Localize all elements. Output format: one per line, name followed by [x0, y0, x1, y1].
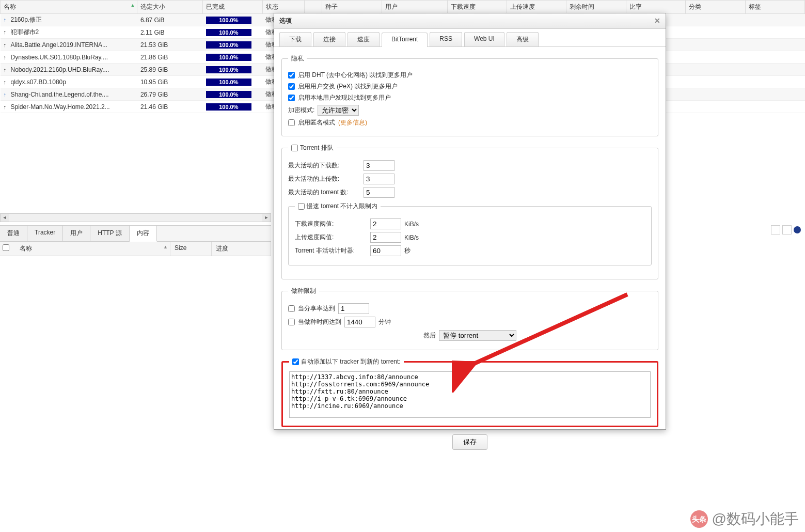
options-tab[interactable]: 下载 [279, 32, 311, 46]
torrent-col-header[interactable]: 用户 [382, 1, 447, 14]
max-torrent-input[interactable] [364, 187, 394, 198]
seedtime-input[interactable] [344, 317, 375, 327]
torrent-col-header[interactable]: 剩余时间 [566, 1, 626, 14]
max-ul-input[interactable] [364, 174, 394, 184]
detail-tab-overflow[interactable] [771, 225, 801, 234]
slow-torrent-fieldset: 慢速 torrent 不计入限制内 下载速度阈值:KiB/s 上传速度阈值:Ki… [288, 202, 652, 265]
detail-tab[interactable]: 内容 [130, 226, 157, 242]
slow-dl-input[interactable] [370, 218, 401, 229]
dht-checkbox[interactable] [288, 72, 295, 79]
torrent-col-header[interactable]: 状态 [262, 1, 304, 14]
inactivity-input[interactable] [370, 245, 401, 256]
ratio-input[interactable] [338, 303, 369, 314]
torrent-col-header[interactable]: 已完成 [203, 1, 262, 14]
torrent-col-header[interactable]: 种子 [322, 1, 382, 14]
auto-tracker-fieldset: 自动添加以下 tracker 到新的 torrent: [281, 357, 658, 427]
privacy-fieldset: 隐私 启用 DHT (去中心化网络) 以找到更多用户 启用用户交换 (PeX) … [281, 54, 658, 136]
options-tab[interactable]: 连接 [313, 32, 345, 46]
torrent-col-header[interactable]: 比率 [626, 1, 685, 14]
detail-tab[interactable]: HTTP 源 [90, 226, 129, 241]
seed-action-select[interactable]: 暂停 torrent [439, 330, 516, 341]
options-tab[interactable]: 高级 [507, 32, 539, 46]
torrent-col-header[interactable] [304, 1, 322, 14]
watermark: 头条 @数码小能手 [690, 509, 799, 529]
content-columns-header: 名称▲ Size 进度 [0, 242, 271, 256]
torrent-col-header[interactable]: 名称▲ [1, 1, 137, 14]
anon-more-link[interactable]: (更多信息) [338, 118, 367, 127]
queue-fieldset: Torrent 排队 最大活动的下载数: 最大活动的上传数: 最大活动的 tor… [281, 144, 658, 279]
seed-limit-fieldset: 做种限制 当分享率达到 当做种时间达到分钟 然后 暂停 torrent [281, 287, 658, 350]
options-tab[interactable]: BitTorrent [382, 33, 428, 47]
options-tabs: 下载连接速度BitTorrentRSSWeb UI高级 [274, 29, 666, 47]
detail-tab[interactable]: 用户 [63, 226, 90, 241]
save-button[interactable]: 保存 [452, 434, 487, 450]
options-tab[interactable]: RSS [430, 32, 462, 46]
encryption-select[interactable]: 允许加密 [318, 105, 359, 116]
torrent-col-header[interactable]: 分类 [686, 1, 745, 14]
upload-arrow-icon: ↑ [4, 17, 9, 23]
torrent-col-header[interactable]: 下载速度 [447, 1, 507, 14]
detail-tab[interactable]: 普通 [0, 226, 27, 241]
torrent-col-header[interactable]: 选定大小 [137, 1, 203, 14]
seedtime-checkbox[interactable] [288, 319, 295, 325]
anon-checkbox[interactable] [288, 119, 295, 126]
options-dialog: 选项 ✕ 下载连接速度BitTorrentRSSWeb UI高级 隐私 启用 D… [274, 13, 666, 430]
options-tab[interactable]: Web UI [464, 32, 504, 46]
dialog-title: 选项 [279, 17, 292, 25]
horizontal-scrollbar[interactable]: ◄► [0, 213, 271, 222]
close-icon[interactable]: ✕ [654, 17, 660, 25]
slow-ul-input[interactable] [370, 232, 401, 243]
pex-checkbox[interactable] [288, 83, 295, 90]
torrent-col-header[interactable]: 上传速度 [507, 1, 566, 14]
upload-arrow-icon: ↑ [4, 91, 9, 98]
tracker-list-textarea[interactable] [289, 371, 651, 418]
detail-tab[interactable]: Tracker [27, 226, 63, 241]
col-progress[interactable]: 进度 [212, 242, 271, 256]
auto-tracker-checkbox[interactable] [292, 358, 299, 365]
watermark-logo-icon: 头条 [690, 510, 708, 528]
upload-arrow-icon: ↑ [4, 29, 9, 35]
detail-tabs: 普通Tracker用户HTTP 源内容 [0, 225, 271, 242]
content-select-all[interactable] [3, 244, 9, 251]
upload-arrow-icon: ↑ [4, 54, 9, 60]
torrent-col-header[interactable]: 标签 [745, 1, 804, 14]
ratio-checkbox[interactable] [288, 305, 295, 312]
col-name[interactable]: 名称▲ [15, 242, 170, 256]
upload-arrow-icon: ↑ [4, 42, 9, 48]
lsd-checkbox[interactable] [288, 95, 295, 101]
slow-enable-checkbox[interactable] [298, 203, 305, 210]
upload-arrow-icon: ↑ [4, 67, 9, 73]
upload-arrow-icon: ↑ [4, 104, 9, 110]
upload-arrow-icon: ↑ [4, 79, 9, 85]
max-dl-input[interactable] [364, 160, 394, 171]
options-tab[interactable]: 速度 [348, 32, 380, 46]
queue-enable-checkbox[interactable] [291, 145, 298, 151]
col-size[interactable]: Size [170, 242, 212, 256]
